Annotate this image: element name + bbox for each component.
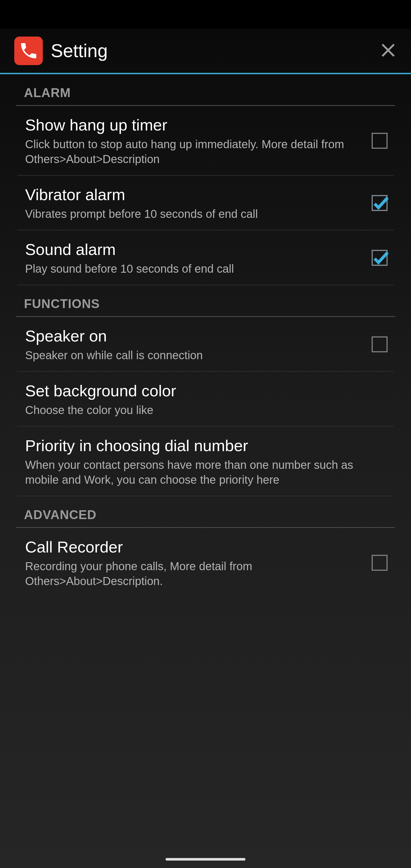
row-subtitle: Recording your phone calls, More detail … — [25, 559, 360, 588]
close-button[interactable] — [377, 39, 400, 62]
row-sound-alarm[interactable]: Sound alarm Play sound before 10 seconds… — [17, 230, 394, 285]
row-subtitle: Choose the color you like — [25, 403, 388, 417]
row-title: Speaker on — [25, 326, 360, 346]
row-subtitle: When your contact persons have more than… — [25, 457, 388, 487]
settings-page: Setting ALARM Show hang up timer Click b… — [0, 29, 411, 868]
row-show-hang-up-timer[interactable]: Show hang up timer Click button to stop … — [17, 106, 394, 176]
row-set-background-color[interactable]: Set background color Choose the color yo… — [17, 372, 394, 427]
section-header-advanced: ADVANCED — [16, 496, 395, 528]
row-title: Show hang up timer — [25, 115, 360, 135]
status-bar — [0, 0, 411, 29]
row-call-recorder[interactable]: Call Recorder Recording your phone calls… — [17, 528, 394, 597]
section-header-alarm: ALARM — [16, 74, 395, 106]
checkbox-vibrator-alarm[interactable] — [372, 195, 388, 211]
row-title: Call Recorder — [25, 537, 360, 557]
titlebar: Setting — [0, 29, 411, 74]
phone-icon — [14, 36, 43, 65]
row-subtitle: Play sound before 10 seconds of end call — [25, 261, 360, 276]
checkbox-call-recorder[interactable] — [372, 555, 388, 571]
checkbox-sound-alarm[interactable] — [372, 250, 388, 266]
row-title: Priority in choosing dial number — [25, 436, 388, 456]
checkbox-show-hang-up-timer[interactable] — [372, 133, 388, 149]
row-title: Sound alarm — [25, 240, 360, 259]
row-speaker-on[interactable]: Speaker on Speaker on while call is conn… — [17, 317, 394, 372]
checkbox-speaker-on[interactable] — [372, 336, 388, 352]
row-title: Set background color — [25, 381, 388, 401]
row-subtitle: Speaker on while call is connection — [25, 348, 360, 363]
close-icon — [378, 40, 398, 61]
page-title: Setting — [51, 40, 377, 61]
row-priority-dial-number[interactable]: Priority in choosing dial number When yo… — [17, 427, 394, 496]
home-indicator[interactable] — [165, 858, 246, 861]
row-subtitle: Click button to stop auto hang up immedi… — [25, 137, 360, 166]
section-header-functions: FUNCTIONS — [16, 285, 395, 317]
settings-list: ALARM Show hang up timer Click button to… — [0, 74, 411, 597]
row-vibrator-alarm[interactable]: Vibrator alarm Vibrates prompt before 10… — [17, 176, 394, 230]
row-title: Vibrator alarm — [25, 185, 360, 205]
row-subtitle: Vibrates prompt before 10 seconds of end… — [25, 207, 360, 221]
